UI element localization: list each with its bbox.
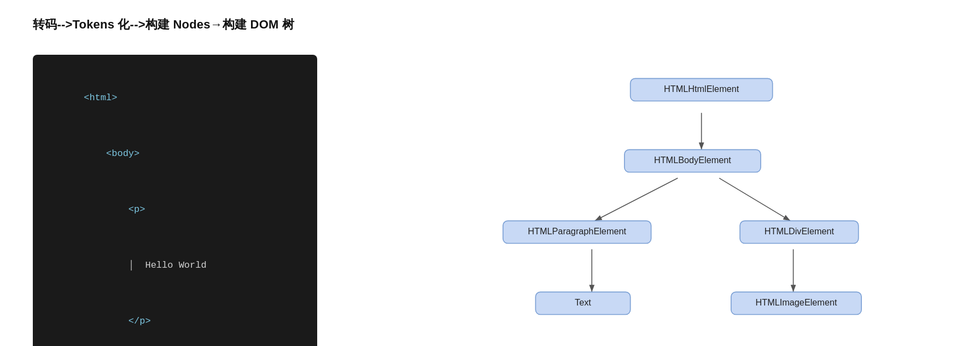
code-line-3: <p> [50,182,300,238]
node-text-label: Text [575,297,591,307]
code-line-4: │ Hello World [50,238,300,293]
node-body-label: HTMLBodyElement [654,155,731,165]
code-block: <html> <body> <p> │ Hello World </p> <di… [33,55,317,346]
code-tag: <html> [84,93,117,103]
edge-body-div [719,178,790,221]
code-tag: <p> [129,204,145,215]
node-img-label: HTMLImageElement [755,297,837,307]
main-content: <html> <body> <p> │ Hello World </p> <di… [33,55,947,346]
code-tag: <body> [106,148,139,159]
code-line-5: </p> [50,293,300,346]
edge-body-p [595,178,678,221]
node-html-label: HTMLHtmlElement [664,84,739,94]
code-line-2: <body> [50,126,300,182]
page-title: 转码-->Tokens 化-->构建 Nodes→构建 DOM 树 [33,16,947,33]
dom-tree-svg: HTMLHtmlElement HTMLBodyElement HTMLPara… [361,55,947,339]
code-line-1: <html> [50,70,300,126]
node-div-label: HTMLDivElement [765,226,835,236]
dom-tree: HTMLHtmlElement HTMLBodyElement HTMLPara… [361,55,947,342]
code-tag: </p> [129,316,151,326]
node-p-label: HTMLParagraphElement [528,226,626,236]
